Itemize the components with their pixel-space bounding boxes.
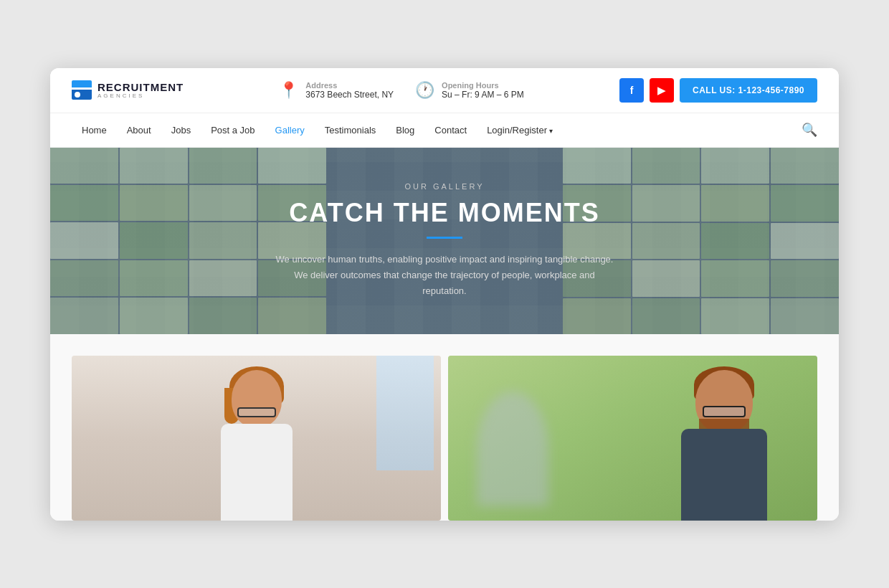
- location-icon: 📍: [279, 81, 298, 100]
- nav-item-blog: Blog: [386, 113, 424, 147]
- address-value: 3673 Beech Street, NY: [305, 90, 394, 100]
- body-2: [681, 429, 767, 521]
- window-light: [376, 356, 434, 470]
- gallery-grid: [72, 356, 817, 521]
- logo-area: RECRUITMENT AGENCIES: [72, 80, 184, 100]
- nav-item-contact: Contact: [424, 113, 477, 147]
- nav-link-about[interactable]: About: [117, 113, 161, 147]
- person-2-figure: [652, 363, 796, 521]
- blur-person: [477, 392, 548, 506]
- nav-item-login: Login/Register: [477, 113, 563, 147]
- gallery-item-2[interactable]: [448, 356, 817, 521]
- call-button[interactable]: CALL US: 1-123-456-7890: [680, 78, 817, 103]
- hours-label: Opening Hours: [442, 81, 524, 90]
- hero-description: We uncover human truths, enabling positi…: [272, 252, 617, 299]
- browser-window: RECRUITMENT AGENCIES 📍 Address 3673 Beec…: [50, 68, 839, 521]
- header-top: RECRUITMENT AGENCIES 📍 Address 3673 Beec…: [50, 68, 839, 113]
- gallery-section: [50, 334, 839, 521]
- logo-sub-text: AGENCIES: [98, 93, 184, 99]
- header-right: f ▶ CALL US: 1-123-456-7890: [619, 78, 817, 103]
- head-2: [695, 370, 753, 433]
- nav-item-testimonials: Testimonials: [315, 113, 386, 147]
- facebook-button[interactable]: f: [619, 78, 644, 103]
- nav-bar: Home About Jobs Post a Job Gallery Testi…: [50, 113, 839, 148]
- body: [221, 424, 293, 521]
- hero-title: CATCH THE MOMENTS: [289, 198, 599, 228]
- hours-value: Su – Fr: 9 AM – 6 PM: [442, 90, 524, 100]
- nav-item-home: Home: [72, 113, 117, 147]
- nav-link-home[interactable]: Home: [72, 113, 117, 147]
- nav-item-gallery: Gallery: [265, 113, 315, 147]
- nav-item-about: About: [117, 113, 161, 147]
- nav-links: Home About Jobs Post a Job Gallery Testi…: [72, 113, 563, 147]
- header-info: 📍 Address 3673 Beech Street, NY 🕐 Openin…: [279, 81, 523, 100]
- logo-icon-top: [72, 80, 92, 87]
- nav-link-blog[interactable]: Blog: [386, 113, 424, 147]
- logo-text: RECRUITMENT AGENCIES: [98, 82, 184, 99]
- address-text: Address 3673 Beech Street, NY: [305, 81, 394, 100]
- hours-text: Opening Hours Su – Fr: 9 AM – 6 PM: [442, 81, 524, 100]
- nav-link-testimonials[interactable]: Testimonials: [315, 113, 386, 147]
- person-1-scene: [72, 356, 441, 521]
- logo-icon: [72, 80, 92, 100]
- hours-info: 🕐 Opening Hours Su – Fr: 9 AM – 6 PM: [415, 81, 524, 100]
- logo-icon-bottom: [72, 90, 92, 100]
- youtube-button[interactable]: ▶: [650, 78, 674, 103]
- clock-icon: 🕐: [415, 81, 434, 100]
- person-2-scene: [448, 356, 817, 521]
- hero-content: OUR GALLERY CATCH THE MOMENTS We uncover…: [50, 148, 839, 334]
- hero-subtitle: OUR GALLERY: [404, 182, 484, 191]
- gallery-item-1[interactable]: [72, 356, 441, 521]
- nav-link-post-a-job[interactable]: Post a Job: [201, 113, 265, 147]
- nav-item-jobs: Jobs: [161, 113, 201, 147]
- search-icon[interactable]: 🔍: [802, 122, 817, 138]
- nav-link-jobs[interactable]: Jobs: [161, 113, 201, 147]
- head: [232, 370, 282, 427]
- glasses-2: [703, 406, 746, 417]
- address-info: 📍 Address 3673 Beech Street, NY: [279, 81, 394, 100]
- person-1-figure: [192, 363, 321, 521]
- nav-item-post-a-job: Post a Job: [201, 113, 265, 147]
- nav-link-login[interactable]: Login/Register: [477, 113, 563, 147]
- logo-main-text: RECRUITMENT: [98, 82, 184, 93]
- nav-link-contact[interactable]: Contact: [424, 113, 477, 147]
- glasses: [237, 407, 276, 417]
- hero-divider: [427, 237, 462, 239]
- hero-banner: OUR GALLERY CATCH THE MOMENTS We uncover…: [50, 148, 839, 334]
- nav-link-gallery[interactable]: Gallery: [265, 113, 315, 147]
- address-label: Address: [305, 81, 394, 90]
